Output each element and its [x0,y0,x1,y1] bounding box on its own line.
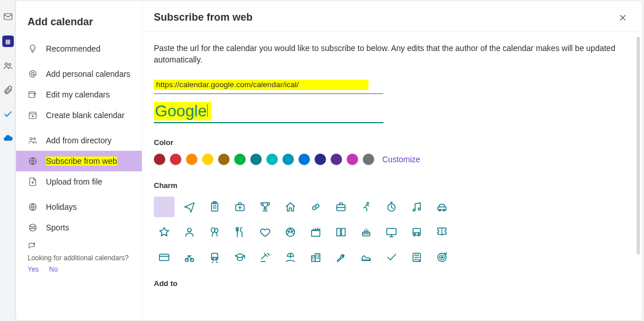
todo-icon[interactable] [3,109,13,119]
sidebar-item-personal[interactable]: Add personal calendars [16,64,142,84]
color-label: Color [154,138,628,147]
sidebar-item-label: Create blank calendar [46,111,125,120]
color-swatch[interactable] [170,154,181,165]
charm-beach[interactable] [280,247,301,268]
svg-point-6 [30,138,32,140]
charm-plane[interactable] [179,197,200,217]
sidebar-item-holidays[interactable]: Holidays [16,197,142,217]
people-icon[interactable] [3,61,13,71]
url-input[interactable]: https://calendar.google.com/calendar/ica… [154,80,383,94]
charm-checkmark[interactable] [381,247,402,268]
footer-yes[interactable]: Yes [28,265,39,273]
color-swatch[interactable] [315,154,326,165]
charm-none[interactable] [154,197,174,217]
calendar-name-input[interactable]: Google [154,102,383,123]
sidebar-item-directory[interactable]: Add from directory [16,130,142,151]
charm-ticket[interactable] [432,222,452,242]
charm-buildings[interactable] [305,247,326,268]
charm-pill[interactable] [305,197,326,217]
charm-person[interactable] [179,222,200,242]
svg-rect-0 [4,14,12,20]
svg-rect-41 [315,253,320,261]
attachment-icon[interactable] [3,85,13,95]
color-swatches: Customize [154,154,628,165]
color-swatch[interactable] [347,154,358,165]
edit-calendar-icon [28,89,38,100]
charm-target[interactable] [432,247,452,268]
color-swatch[interactable] [331,154,342,165]
charm-trophy[interactable] [255,197,276,217]
svg-point-3 [32,73,34,76]
main-panel: Subscribe from web Paste the url for the… [142,1,642,320]
color-swatch[interactable] [250,154,262,165]
charm-star[interactable] [154,222,174,242]
plus-calendar-icon [28,110,38,120]
charm-cake[interactable] [356,222,377,242]
charm-train[interactable] [204,247,225,268]
charm-wrench[interactable] [331,247,351,268]
scrollbar[interactable] [637,14,640,316]
charm-grid [154,197,628,268]
close-icon[interactable] [618,13,628,23]
color-swatch[interactable] [282,154,294,165]
charm-car[interactable] [432,197,452,217]
color-swatch[interactable] [363,154,374,165]
all-apps-icon[interactable] [3,157,13,167]
scrollbar-thumb[interactable] [637,37,640,255]
charm-home[interactable] [280,197,301,217]
color-swatch[interactable] [218,154,230,165]
charm-briefcase[interactable] [331,197,351,217]
charm-shoe[interactable] [356,247,377,268]
charm-briefcase-med[interactable] [230,197,250,217]
sidebar-item-blank[interactable]: Create blank calendar [16,105,142,126]
charm-bike[interactable] [179,247,200,268]
color-swatch[interactable] [154,154,165,165]
charm-clipboard[interactable] [204,197,225,217]
charm-monitor[interactable] [381,222,402,242]
sidebar-item-label: Sports [46,223,69,232]
charm-balloons[interactable] [204,222,225,242]
globe-icon [28,202,38,212]
charm-bus[interactable] [406,222,427,242]
charm-gavel[interactable] [255,247,276,268]
color-swatch[interactable] [266,154,278,165]
charm-clapper[interactable] [305,222,326,242]
sidebar-item-upload[interactable]: Upload from file [16,171,142,192]
directory-icon [28,135,38,146]
charm-soccer[interactable] [280,222,301,242]
svg-point-38 [212,258,214,259]
svg-rect-30 [387,228,397,234]
sidebar-item-sports[interactable]: Sports [16,217,142,238]
charm-heart[interactable] [255,222,276,242]
charm-stopwatch[interactable] [381,197,402,217]
svg-point-33 [418,233,419,234]
sidebar-item-recommended[interactable]: Recommended [16,38,142,59]
charm-utensils[interactable] [230,222,250,242]
cloud-icon[interactable] [3,133,13,143]
color-swatch[interactable] [234,154,246,165]
panel-title: Subscribe from web [154,11,253,24]
charm-label: Charm [154,181,628,190]
color-swatch[interactable] [186,154,197,165]
color-swatch[interactable] [202,154,214,165]
calendar-icon[interactable]: ▦ [2,36,14,47]
charm-running[interactable] [356,197,377,217]
sidebar-item-label: Upload from file [46,177,102,186]
sidebar-item-subscribe[interactable]: Subscribe from web [16,151,142,171]
add-calendar-modal: Add calendar Recommended Add personal ca… [16,1,642,320]
svg-point-19 [413,209,416,211]
svg-point-2 [9,64,11,66]
charm-music[interactable] [406,197,427,217]
color-swatch[interactable] [298,154,310,165]
customize-link[interactable]: Customize [382,155,420,164]
charm-card[interactable] [154,247,174,268]
charm-notepad[interactable] [406,247,427,268]
svg-rect-34 [160,254,169,260]
charm-book[interactable] [331,222,351,242]
upload-file-icon [28,177,38,187]
mail-icon[interactable] [3,11,13,22]
footer-no[interactable]: No [49,265,58,273]
svg-rect-28 [312,230,320,236]
sidebar-item-editmy[interactable]: Edit my calendars [16,84,142,105]
charm-gradcap[interactable] [230,247,250,268]
